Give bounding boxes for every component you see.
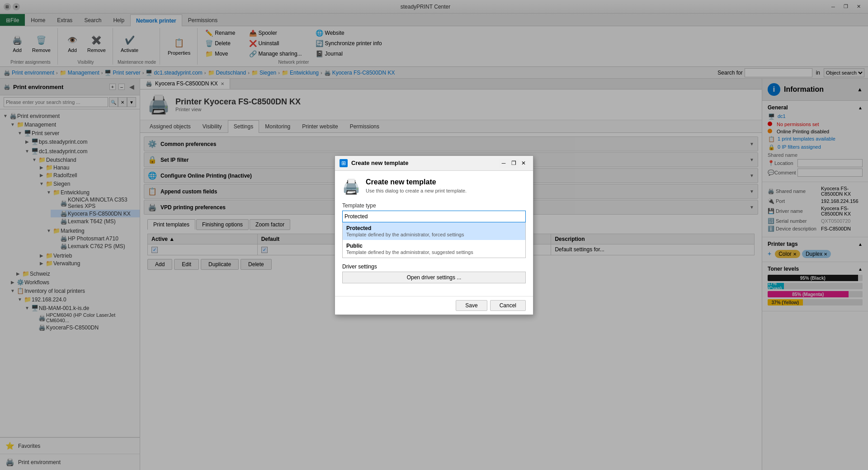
dialog-minimize-button[interactable]: ─ [499, 159, 509, 168]
dialog-close-button[interactable]: ✕ [519, 159, 528, 168]
dialog-body: 🖨️ Create new template Use this dialog t… [335, 171, 533, 296]
save-button[interactable]: Save [456, 300, 487, 311]
dialog-title-bar: ⊞ Create new template ─ ❐ ✕ [335, 156, 533, 171]
dialog-icon: ⊞ [340, 159, 348, 167]
dialog-win-controls: ─ ❐ ✕ [499, 159, 528, 168]
open-driver-settings-button[interactable]: Open driver settings ... [342, 272, 526, 283]
dialog-restore-button[interactable]: ❐ [509, 159, 519, 168]
dropdown-list: Protected Template defined by the admini… [342, 222, 526, 258]
dialog-main-title: Create new template [366, 178, 467, 186]
template-type-label: Template type [342, 202, 526, 209]
dialog-header-text: Create new template Use this dialog to c… [366, 178, 467, 193]
dialog-header: 🖨️ Create new template Use this dialog t… [342, 178, 526, 195]
driver-settings-label: Driver settings [342, 263, 526, 270]
dialog-template-type-section: Template type Protected Protected Templa… [342, 202, 526, 258]
template-type-select-container: Protected [342, 211, 526, 222]
dropdown-item-public[interactable]: Public Template defined by the administr… [343, 240, 525, 258]
dialog-footer: Save Cancel [335, 296, 533, 315]
dialog-title-text: Create new template [351, 160, 408, 166]
dialog-subtitle: Use this dialog to create a new print te… [366, 188, 467, 193]
dialog-overlay: ⊞ Create new template ─ ❐ ✕ 🖨️ Create ne… [0, 0, 868, 470]
create-template-dialog: ⊞ Create new template ─ ❐ ✕ 🖨️ Create ne… [335, 155, 533, 315]
driver-settings-section: Driver settings Open driver settings ... [342, 263, 526, 283]
dialog-header-icon: 🖨️ [342, 178, 360, 195]
template-type-select[interactable]: Protected [342, 211, 526, 222]
dropdown-item-protected[interactable]: Protected Template defined by the admini… [343, 222, 525, 240]
cancel-button[interactable]: Cancel [490, 300, 526, 311]
